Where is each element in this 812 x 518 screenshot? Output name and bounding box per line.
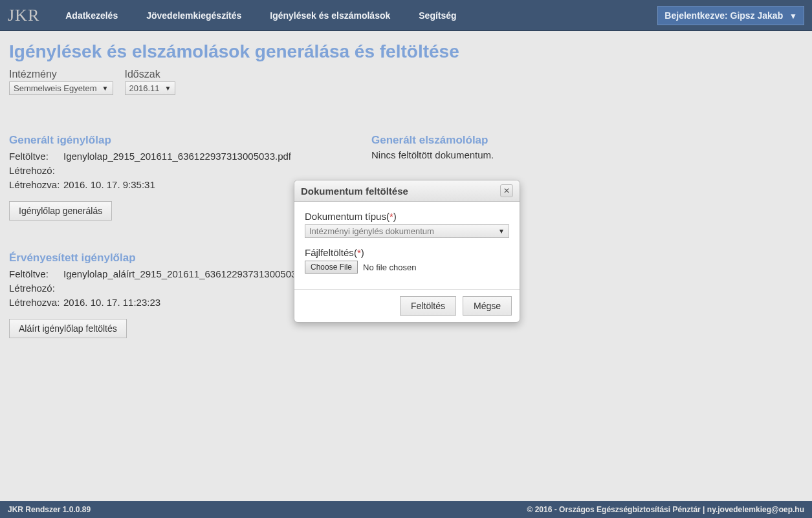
erv-letrehozo-k: Létrehozó: xyxy=(9,281,63,296)
chevron-down-icon: ▼ xyxy=(102,85,109,92)
idoszak-value: 2016.11 xyxy=(129,83,160,93)
doc-type-label: Dokumentum típus(*) xyxy=(305,211,509,222)
file-status: No file chosen xyxy=(363,263,416,272)
footer-right: © 2016 - Országos Egészségbiztosítási Pé… xyxy=(527,505,804,514)
erv-letrehozva-k: Létrehozva: xyxy=(9,296,63,310)
doc-type-value: Intézményi igénylés dokumentum xyxy=(309,226,493,236)
elsz-heading: Generált elszámolólap xyxy=(371,134,803,147)
filter-row: Intézmény Semmelweis Egyetem ▼ Időszak 2… xyxy=(9,69,803,95)
nav-jovedelemkiegeszites[interactable]: Jövedelemkiegészítés xyxy=(146,10,241,21)
dialog-actions: Feltöltés Mégse xyxy=(294,289,520,322)
footer: JKR Rendszer 1.0.0.89 © 2016 - Országos … xyxy=(0,501,812,518)
gen-feltoltve-v: Igenylolap_2915_201611_63612293731300503… xyxy=(63,149,291,164)
dialog-body: Dokumentum típus(*) Intézményi igénylés … xyxy=(294,202,520,289)
chevron-down-icon: ▼ xyxy=(165,85,171,92)
intezmeny-label: Intézmény xyxy=(9,69,113,80)
chevron-down-icon: ▼ xyxy=(789,12,797,21)
idoszak-select[interactable]: 2016.11 ▼ xyxy=(125,81,176,95)
upload-dialog: Dokumentum feltöltése ✕ Dokumentum típus… xyxy=(294,180,520,323)
dialog-header: Dokumentum feltöltése ✕ xyxy=(294,180,520,202)
generalt-elszamolo-section: Generált elszámolólap Nincs feltöltött d… xyxy=(371,134,803,160)
erv-feltoltve-k: Feltöltve: xyxy=(9,267,63,281)
close-button[interactable]: ✕ xyxy=(500,184,513,197)
footer-left: JKR Rendszer 1.0.0.89 xyxy=(8,505,91,514)
logo: JKR xyxy=(8,6,39,25)
login-menu[interactable]: Bejelentkezve: Gipsz Jakab ▼ xyxy=(657,6,804,25)
gen-letrehozo-k: Létrehozó: xyxy=(9,164,63,178)
erv-feltoltve-v: Igenylolap_aláírt_2915_201611_6361229373… xyxy=(63,267,318,281)
gen-lap-heading: Generált igénylőlap xyxy=(9,134,346,147)
login-label: Bejelentkezve: Gipsz Jakab xyxy=(664,10,783,21)
filter-intezmeny: Intézmény Semmelweis Egyetem ▼ xyxy=(9,69,113,95)
erv-letrehozva-v: 2016. 10. 17. 11:23:23 xyxy=(63,296,160,310)
chevron-down-icon: ▼ xyxy=(498,228,505,235)
idoszak-label: Időszak xyxy=(125,69,176,80)
page-title: Igénylések és elszámolások generálása és… xyxy=(9,41,803,62)
file-upload-label-text: Fájlfeltöltés xyxy=(305,247,354,258)
upload-button[interactable]: Feltöltés xyxy=(400,296,456,316)
gen-letrehozva-v: 2016. 10. 17. 9:35:31 xyxy=(63,178,155,192)
doc-type-field: Dokumentum típus(*) Intézményi igénylés … xyxy=(305,211,509,238)
nav-adatkezeles[interactable]: Adatkezelés xyxy=(65,10,118,21)
igenylolap-generalas-button[interactable]: Igénylőlap generálás xyxy=(9,201,112,221)
doc-type-label-text: Dokumentum típus xyxy=(305,211,386,222)
gen-feltoltve-k: Feltöltve: xyxy=(9,149,63,164)
alairt-feltoltes-button[interactable]: Aláírt igénylőlap feltöltés xyxy=(9,319,127,338)
no-doc-text: Nincs feltöltött dokumentum. xyxy=(371,149,803,160)
required-mark: * xyxy=(357,247,361,258)
required-mark: * xyxy=(390,211,393,222)
intezmeny-select[interactable]: Semmelweis Egyetem ▼ xyxy=(9,81,113,95)
nav-igenylesek[interactable]: Igénylések és elszámolások xyxy=(270,10,390,21)
filter-idoszak: Időszak 2016.11 ▼ xyxy=(125,69,176,95)
top-nav: JKR Adatkezelés Jövedelemkiegészítés Igé… xyxy=(0,0,812,31)
gen-letrehozva-k: Létrehozva: xyxy=(9,178,63,192)
cancel-button[interactable]: Mégse xyxy=(463,296,512,316)
doc-type-select[interactable]: Intézményi igénylés dokumentum ▼ xyxy=(305,224,509,238)
intezmeny-value: Semmelweis Egyetem xyxy=(14,83,97,93)
main-content: Igénylések és elszámolások generálása és… xyxy=(0,31,812,501)
dialog-title: Dokumentum feltöltése xyxy=(301,186,408,197)
file-upload-label: Fájlfeltöltés(*) xyxy=(305,247,509,258)
file-upload-field: Fájlfeltöltés(*) Choose File No file cho… xyxy=(305,247,509,274)
close-icon: ✕ xyxy=(503,186,510,195)
choose-file-button[interactable]: Choose File xyxy=(305,261,358,274)
nav-segitseg[interactable]: Segítség xyxy=(419,10,456,21)
